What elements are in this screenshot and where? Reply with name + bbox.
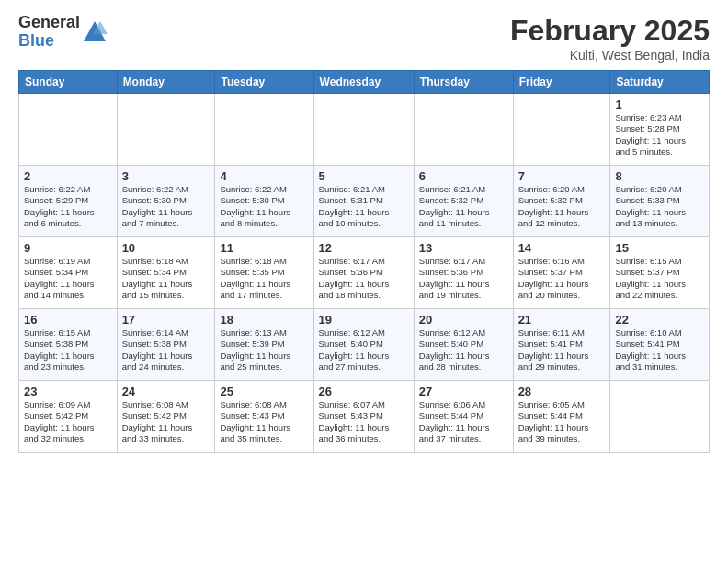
logo-blue: Blue xyxy=(18,32,80,51)
table-row: 3Sunrise: 6:22 AM Sunset: 5:30 PM Daylig… xyxy=(117,166,215,237)
col-sunday: Sunday xyxy=(19,71,118,94)
day-info: Sunrise: 6:10 AM Sunset: 5:41 PM Dayligh… xyxy=(615,327,704,373)
day-number: 22 xyxy=(615,313,704,327)
logo-icon xyxy=(82,19,108,45)
table-row: 20Sunrise: 6:12 AM Sunset: 5:40 PM Dayli… xyxy=(414,309,513,381)
table-row: 11Sunrise: 6:18 AM Sunset: 5:35 PM Dayli… xyxy=(215,237,313,309)
day-number: 5 xyxy=(319,169,409,183)
day-number: 11 xyxy=(220,241,308,255)
day-number: 9 xyxy=(24,241,112,255)
col-friday: Friday xyxy=(513,71,610,94)
logo-general: General xyxy=(18,14,80,32)
day-number: 12 xyxy=(319,241,409,255)
table-row: 4Sunrise: 6:22 AM Sunset: 5:30 PM Daylig… xyxy=(215,166,313,237)
table-row: 5Sunrise: 6:21 AM Sunset: 5:31 PM Daylig… xyxy=(313,166,414,237)
table-row: 10Sunrise: 6:18 AM Sunset: 5:34 PM Dayli… xyxy=(117,237,215,309)
day-info: Sunrise: 6:07 AM Sunset: 5:43 PM Dayligh… xyxy=(319,399,409,444)
table-row: 21Sunrise: 6:11 AM Sunset: 5:41 PM Dayli… xyxy=(513,309,610,381)
table-row: 18Sunrise: 6:13 AM Sunset: 5:39 PM Dayli… xyxy=(215,309,313,381)
table-row: 24Sunrise: 6:08 AM Sunset: 5:42 PM Dayli… xyxy=(117,381,215,453)
day-number: 28 xyxy=(518,385,606,398)
table-row: 26Sunrise: 6:07 AM Sunset: 5:43 PM Dayli… xyxy=(313,381,414,453)
day-info: Sunrise: 6:12 AM Sunset: 5:40 PM Dayligh… xyxy=(419,327,508,373)
day-info: Sunrise: 6:23 AM Sunset: 5:28 PM Dayligh… xyxy=(615,112,704,157)
col-monday: Monday xyxy=(117,71,215,94)
calendar-page: General Blue February 2025 Kulti, West B… xyxy=(0,0,728,563)
table-row xyxy=(610,381,710,453)
table-row xyxy=(117,94,215,166)
day-info: Sunrise: 6:05 AM Sunset: 5:44 PM Dayligh… xyxy=(518,399,606,444)
table-row: 8Sunrise: 6:20 AM Sunset: 5:33 PM Daylig… xyxy=(610,166,710,237)
day-number: 24 xyxy=(122,385,210,398)
month-title: February 2025 xyxy=(510,14,710,48)
table-row: 17Sunrise: 6:14 AM Sunset: 5:38 PM Dayli… xyxy=(117,309,215,381)
location: Kulti, West Bengal, India xyxy=(510,48,710,63)
day-number: 13 xyxy=(419,241,508,255)
calendar-table: Sunday Monday Tuesday Wednesday Thursday… xyxy=(18,70,710,453)
day-number: 1 xyxy=(615,98,704,111)
day-number: 26 xyxy=(319,385,409,398)
day-number: 16 xyxy=(24,313,112,327)
day-info: Sunrise: 6:21 AM Sunset: 5:31 PM Dayligh… xyxy=(319,184,409,229)
day-info: Sunrise: 6:17 AM Sunset: 5:36 PM Dayligh… xyxy=(319,256,409,301)
day-number: 14 xyxy=(518,241,606,255)
col-tuesday: Tuesday xyxy=(215,71,313,94)
day-info: Sunrise: 6:12 AM Sunset: 5:40 PM Dayligh… xyxy=(319,327,409,373)
day-number: 19 xyxy=(319,313,409,327)
day-number: 23 xyxy=(24,385,112,398)
day-number: 2 xyxy=(24,169,112,183)
day-info: Sunrise: 6:22 AM Sunset: 5:30 PM Dayligh… xyxy=(220,184,308,229)
col-thursday: Thursday xyxy=(414,71,513,94)
logo-text: General Blue xyxy=(18,14,80,51)
table-row: 13Sunrise: 6:17 AM Sunset: 5:36 PM Dayli… xyxy=(414,237,513,309)
day-info: Sunrise: 6:18 AM Sunset: 5:35 PM Dayligh… xyxy=(220,256,308,301)
day-number: 20 xyxy=(419,313,508,327)
day-number: 4 xyxy=(220,169,308,183)
day-info: Sunrise: 6:20 AM Sunset: 5:32 PM Dayligh… xyxy=(518,184,606,229)
table-row xyxy=(19,94,118,166)
table-row xyxy=(313,94,414,166)
day-info: Sunrise: 6:13 AM Sunset: 5:39 PM Dayligh… xyxy=(220,327,308,373)
header-row: Sunday Monday Tuesday Wednesday Thursday… xyxy=(19,71,710,94)
logo: General Blue xyxy=(18,14,108,51)
table-row: 15Sunrise: 6:15 AM Sunset: 5:37 PM Dayli… xyxy=(610,237,710,309)
day-number: 8 xyxy=(615,169,704,183)
table-row xyxy=(215,94,313,166)
table-row: 2Sunrise: 6:22 AM Sunset: 5:29 PM Daylig… xyxy=(19,166,118,237)
day-number: 18 xyxy=(220,313,308,327)
day-info: Sunrise: 6:16 AM Sunset: 5:37 PM Dayligh… xyxy=(518,256,606,301)
week-row-1: 2Sunrise: 6:22 AM Sunset: 5:29 PM Daylig… xyxy=(19,166,710,237)
table-row: 12Sunrise: 6:17 AM Sunset: 5:36 PM Dayli… xyxy=(313,237,414,309)
day-number: 10 xyxy=(122,241,210,255)
table-row: 7Sunrise: 6:20 AM Sunset: 5:32 PM Daylig… xyxy=(513,166,610,237)
day-info: Sunrise: 6:14 AM Sunset: 5:38 PM Dayligh… xyxy=(122,327,210,373)
table-row: 28Sunrise: 6:05 AM Sunset: 5:44 PM Dayli… xyxy=(513,381,610,453)
day-info: Sunrise: 6:06 AM Sunset: 5:44 PM Dayligh… xyxy=(419,399,508,444)
week-row-0: 1Sunrise: 6:23 AM Sunset: 5:28 PM Daylig… xyxy=(19,94,710,166)
header: General Blue February 2025 Kulti, West B… xyxy=(18,14,710,63)
day-info: Sunrise: 6:09 AM Sunset: 5:42 PM Dayligh… xyxy=(24,399,112,444)
week-row-2: 9Sunrise: 6:19 AM Sunset: 5:34 PM Daylig… xyxy=(19,237,710,309)
col-saturday: Saturday xyxy=(610,71,710,94)
table-row: 23Sunrise: 6:09 AM Sunset: 5:42 PM Dayli… xyxy=(19,381,118,453)
day-number: 27 xyxy=(419,385,508,398)
title-section: February 2025 Kulti, West Bengal, India xyxy=(510,14,710,63)
day-info: Sunrise: 6:15 AM Sunset: 5:37 PM Dayligh… xyxy=(615,256,704,301)
day-info: Sunrise: 6:22 AM Sunset: 5:29 PM Dayligh… xyxy=(24,184,112,229)
table-row: 16Sunrise: 6:15 AM Sunset: 5:38 PM Dayli… xyxy=(19,309,118,381)
day-info: Sunrise: 6:19 AM Sunset: 5:34 PM Dayligh… xyxy=(24,256,112,301)
table-row: 25Sunrise: 6:08 AM Sunset: 5:43 PM Dayli… xyxy=(215,381,313,453)
day-number: 17 xyxy=(122,313,210,327)
day-info: Sunrise: 6:11 AM Sunset: 5:41 PM Dayligh… xyxy=(518,327,606,373)
day-number: 6 xyxy=(419,169,508,183)
day-info: Sunrise: 6:17 AM Sunset: 5:36 PM Dayligh… xyxy=(419,256,508,301)
table-row xyxy=(513,94,610,166)
col-wednesday: Wednesday xyxy=(313,71,414,94)
table-row: 6Sunrise: 6:21 AM Sunset: 5:32 PM Daylig… xyxy=(414,166,513,237)
day-number: 25 xyxy=(220,385,308,398)
day-info: Sunrise: 6:18 AM Sunset: 5:34 PM Dayligh… xyxy=(122,256,210,301)
week-row-3: 16Sunrise: 6:15 AM Sunset: 5:38 PM Dayli… xyxy=(19,309,710,381)
day-number: 15 xyxy=(615,241,704,255)
day-number: 21 xyxy=(518,313,606,327)
table-row: 19Sunrise: 6:12 AM Sunset: 5:40 PM Dayli… xyxy=(313,309,414,381)
